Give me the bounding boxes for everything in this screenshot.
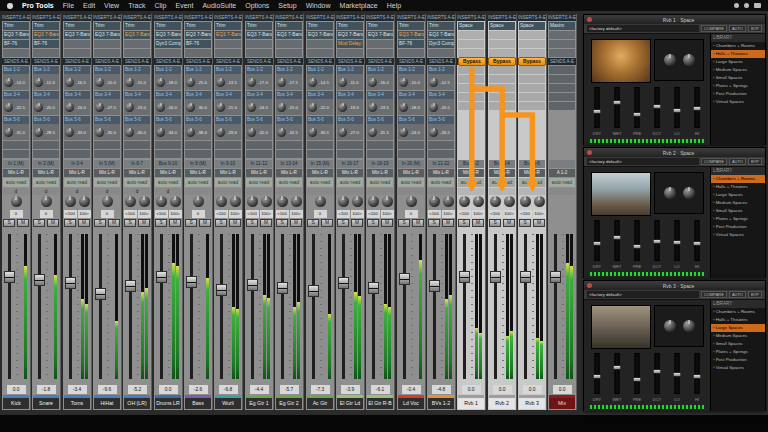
output-path[interactable]: Mix L-R: [337, 169, 363, 177]
plugin-auto-button[interactable]: AUTO: [729, 25, 746, 32]
insert-slot[interactable]: [124, 49, 150, 57]
insert-slot[interactable]: Dyn3 Comp: [155, 40, 181, 48]
insert-slot[interactable]: [458, 40, 484, 48]
insert-slot[interactable]: [458, 31, 484, 39]
insert-slot[interactable]: [489, 40, 515, 48]
browser-item[interactable]: › Medium Spaces: [711, 332, 765, 340]
insert-slot[interactable]: Trim: [215, 22, 241, 30]
insert-slot[interactable]: Trim: [276, 22, 302, 30]
fader-handle[interactable]: [186, 276, 197, 288]
send-slot-empty[interactable]: [307, 150, 333, 158]
pan-knob[interactable]: [368, 196, 379, 207]
insert-slot[interactable]: Trim: [246, 22, 272, 30]
wifi-icon[interactable]: [744, 3, 749, 8]
send-slot-empty[interactable]: [64, 150, 90, 158]
pan-knob[interactable]: [315, 196, 326, 207]
send-slot-empty[interactable]: [519, 84, 545, 92]
send-slot-empty[interactable]: [489, 93, 515, 101]
insert-slot[interactable]: EQ3 7-Band: [64, 31, 90, 39]
send-assignment[interactable]: Bus 1-2: [428, 66, 454, 74]
plugin-fader[interactable]: [613, 100, 622, 105]
send-slot-empty[interactable]: [337, 150, 363, 158]
insert-slot[interactable]: Trim: [64, 22, 90, 30]
track-name[interactable]: Eg Gtr 2: [276, 398, 302, 409]
browser-item[interactable]: › Plates + Springs: [711, 82, 765, 90]
send-slot-empty[interactable]: [398, 141, 424, 149]
track-name[interactable]: Wurli: [215, 398, 241, 409]
send-slot-empty[interactable]: [276, 150, 302, 158]
send-assignment[interactable]: Bus 3-4: [185, 91, 211, 99]
send-assignment[interactable]: Bus 3-4: [215, 91, 241, 99]
insert-slot[interactable]: [33, 49, 59, 57]
browser-item[interactable]: › Chambers + Rooms: [711, 42, 765, 50]
send-assignment[interactable]: Bus 3-4: [64, 91, 90, 99]
fader-handle[interactable]: [156, 271, 167, 283]
send-level-knob[interactable]: [186, 78, 195, 87]
solo-button[interactable]: S: [489, 219, 501, 227]
plugin-knob[interactable]: [683, 320, 695, 332]
group-assignment[interactable]: [428, 188, 454, 195]
insert-slot[interactable]: [398, 49, 424, 57]
send-slot-empty[interactable]: [519, 66, 545, 74]
send-assignment[interactable]: Bus 5-6: [94, 116, 120, 124]
send-assignment[interactable]: Bus 5-6: [307, 116, 333, 124]
preset-selector[interactable]: <factory default>: [587, 25, 699, 32]
mute-button[interactable]: M: [17, 219, 29, 227]
send-assignment[interactable]: Bus 1-2: [94, 66, 120, 74]
insert-slot[interactable]: EQ3 7-Band: [185, 31, 211, 39]
insert-slot[interactable]: [458, 49, 484, 57]
group-assignment[interactable]: [458, 188, 484, 195]
automation-mode[interactable]: auto read: [64, 178, 90, 187]
send-level-knob[interactable]: [186, 128, 195, 137]
plugin-fader[interactable]: [673, 240, 682, 245]
group-assignment[interactable]: [337, 188, 363, 195]
input-path[interactable]: In 15 (M): [307, 160, 333, 168]
send-assignment[interactable]: Bus 3-4: [398, 91, 424, 99]
send-slot-empty[interactable]: [276, 141, 302, 149]
send-level-knob[interactable]: [429, 78, 438, 87]
send-assignment[interactable]: Bus 5-6: [124, 116, 150, 124]
send-level-knob[interactable]: [216, 103, 225, 112]
group-assignment[interactable]: d: [33, 188, 59, 195]
fader-handle[interactable]: [308, 285, 319, 297]
output-path[interactable]: Mix L-R: [276, 169, 302, 177]
plugin-fader[interactable]: [633, 112, 642, 117]
pan-knob[interactable]: [277, 196, 288, 207]
output-path[interactable]: Mix L-R: [185, 169, 211, 177]
send-slot-empty[interactable]: [337, 141, 363, 149]
output-path[interactable]: Mix L-R: [215, 169, 241, 177]
input-path[interactable]: In 8 (M): [185, 160, 211, 168]
automation-mode[interactable]: auto read: [519, 178, 545, 187]
pan-knob[interactable]: [11, 196, 22, 207]
mute-button[interactable]: M: [472, 219, 484, 227]
track-name[interactable]: Kick: [3, 398, 29, 409]
plugin-fader[interactable]: [613, 365, 622, 370]
pan-knob[interactable]: [338, 196, 349, 207]
plugin-compare-button[interactable]: COMPARE: [701, 25, 727, 32]
automation-mode[interactable]: auto read: [33, 178, 59, 187]
send-slot-empty[interactable]: [489, 66, 515, 74]
automation-mode[interactable]: auto read: [94, 178, 120, 187]
preset-selector[interactable]: <factory default>: [587, 291, 699, 298]
send-slot-empty[interactable]: [215, 150, 241, 158]
send-slot-empty[interactable]: [33, 141, 59, 149]
insert-slot[interactable]: Trim: [185, 22, 211, 30]
fader-handle[interactable]: [459, 271, 470, 283]
pan-knob[interactable]: [170, 196, 181, 207]
fader-handle[interactable]: [429, 280, 440, 292]
automation-mode[interactable]: auto read: [124, 178, 150, 187]
plugin-auto-button[interactable]: AUTO: [729, 158, 746, 165]
track-name[interactable]: Ac Gtr: [307, 398, 333, 409]
insert-slot[interactable]: BF-76: [3, 40, 29, 48]
insert-slot[interactable]: [337, 49, 363, 57]
output-path[interactable]: Mix L-R: [367, 169, 393, 177]
solo-button[interactable]: S: [337, 219, 349, 227]
browser-item[interactable]: › Virtual Spaces: [711, 231, 765, 239]
insert-slot[interactable]: Space: [519, 22, 545, 30]
pan-knob[interactable]: [291, 196, 302, 207]
plugin-fader[interactable]: [593, 109, 602, 114]
send-slot-empty[interactable]: [124, 150, 150, 158]
insert-slot[interactable]: EQ3 7-Band: [33, 31, 59, 39]
send-level-knob[interactable]: [125, 103, 134, 112]
pan-knob[interactable]: [459, 196, 470, 207]
